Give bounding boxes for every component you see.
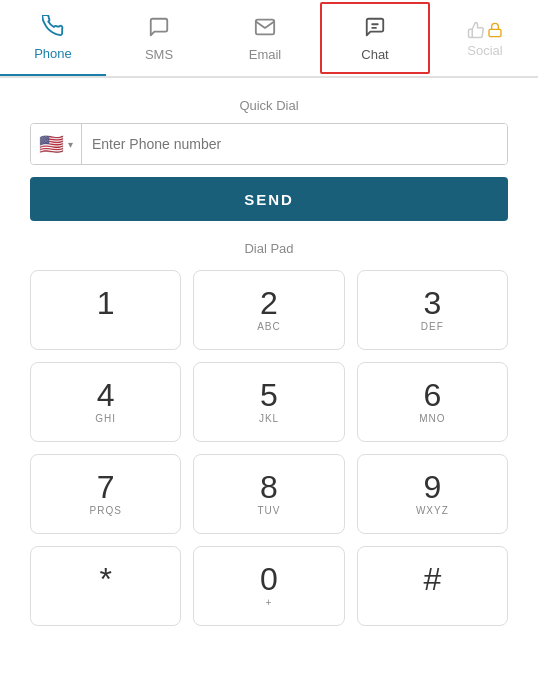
tab-email[interactable]: Email [212, 0, 318, 76]
dial-key-7[interactable]: 7PRQS [30, 454, 181, 534]
sms-icon [148, 16, 170, 43]
dial-key-number: 5 [260, 379, 278, 411]
tab-social-label: Social [467, 43, 502, 58]
dial-key-hash[interactable]: # [357, 546, 508, 626]
dial-key-number: * [99, 563, 111, 595]
tab-chat[interactable]: Chat [320, 2, 430, 74]
tab-phone-label: Phone [34, 46, 72, 61]
flag-icon: 🇺🇸 [39, 132, 64, 156]
tab-phone[interactable]: Phone [0, 0, 106, 76]
dial-key-sub: JKL [259, 413, 279, 425]
quick-dial-section: Quick Dial 🇺🇸 ▾ SEND [0, 78, 538, 221]
dial-key-3[interactable]: 3DEF [357, 270, 508, 350]
dial-pad-label: Dial Pad [30, 241, 508, 256]
dial-key-number: 9 [423, 471, 441, 503]
dial-key-number: 2 [260, 287, 278, 319]
chat-icon [364, 16, 386, 43]
dial-key-sub: MNO [419, 413, 445, 425]
dial-pad-section: Dial Pad [0, 221, 538, 270]
flag-selector[interactable]: 🇺🇸 ▾ [31, 124, 82, 164]
tab-chat-label: Chat [361, 47, 388, 62]
phone-icon [42, 15, 64, 42]
dial-key-0[interactable]: 0+ [193, 546, 344, 626]
dial-key-sub: ABC [257, 321, 281, 333]
dial-pad-grid: 12ABC3DEF4GHI5JKL6MNO7PRQS8TUV9WXYZ*0+# [0, 270, 538, 656]
tab-navigation: Phone SMS Email Chat [0, 0, 538, 78]
dial-key-number: 1 [97, 287, 115, 319]
dial-key-number: 8 [260, 471, 278, 503]
tab-social: Social [432, 0, 538, 76]
phone-input-row: 🇺🇸 ▾ [30, 123, 508, 165]
dial-key-1[interactable]: 1 [30, 270, 181, 350]
dial-key-2[interactable]: 2ABC [193, 270, 344, 350]
chevron-down-icon: ▾ [68, 139, 73, 150]
tab-sms[interactable]: SMS [106, 0, 212, 76]
dial-key-number: 0 [260, 563, 278, 595]
dial-key-sub: DEF [421, 321, 444, 333]
tab-sms-label: SMS [145, 47, 173, 62]
tab-email-label: Email [249, 47, 282, 62]
email-icon [254, 16, 276, 43]
svg-rect-2 [489, 29, 501, 36]
dial-key-9[interactable]: 9WXYZ [357, 454, 508, 534]
send-button[interactable]: SEND [30, 177, 508, 221]
dial-key-star[interactable]: * [30, 546, 181, 626]
dial-key-number: 6 [423, 379, 441, 411]
dial-key-sub: + [266, 597, 273, 609]
dial-key-6[interactable]: 6MNO [357, 362, 508, 442]
dial-key-sub: GHI [95, 413, 116, 425]
dial-key-sub: PRQS [89, 505, 121, 517]
dial-key-number: 4 [97, 379, 115, 411]
dial-key-sub: TUV [257, 505, 280, 517]
dial-key-5[interactable]: 5JKL [193, 362, 344, 442]
quick-dial-label: Quick Dial [30, 98, 508, 113]
dial-key-sub: WXYZ [416, 505, 449, 517]
dial-key-4[interactable]: 4GHI [30, 362, 181, 442]
social-icon [467, 21, 503, 39]
dial-key-number: 3 [423, 287, 441, 319]
dial-key-8[interactable]: 8TUV [193, 454, 344, 534]
dial-key-number: # [423, 563, 441, 595]
phone-number-input[interactable] [82, 124, 507, 164]
dial-key-number: 7 [97, 471, 115, 503]
